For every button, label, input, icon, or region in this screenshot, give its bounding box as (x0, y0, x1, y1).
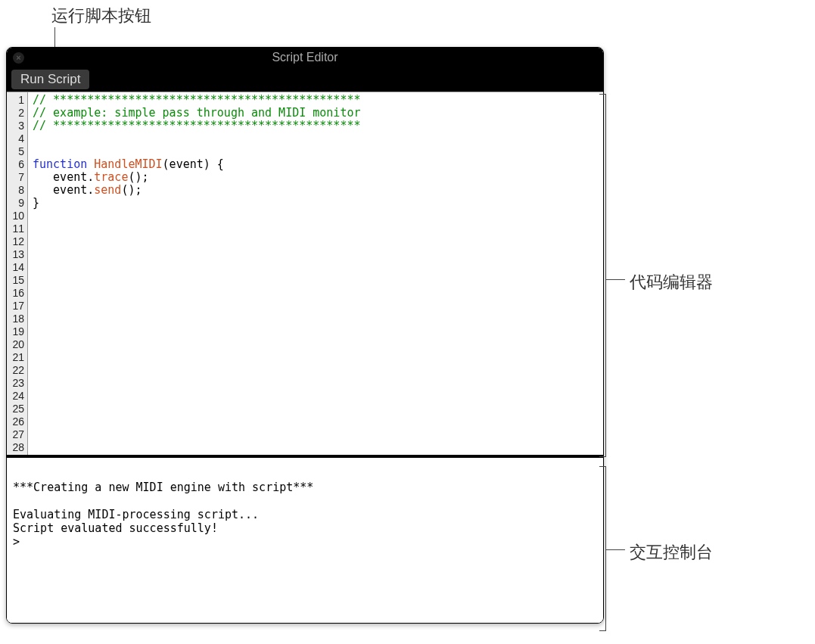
line-number: 15 (7, 274, 24, 287)
code-line: function HandleMIDI(event) { (33, 158, 599, 171)
line-number: 9 (7, 197, 24, 210)
line-number: 26 (7, 415, 24, 428)
line-number: 11 (7, 222, 24, 235)
line-number: 5 (7, 145, 24, 158)
window-title: Script Editor (7, 51, 603, 64)
line-number: 4 (7, 132, 24, 145)
line-number: 10 (7, 210, 24, 222)
line-number: 23 (7, 377, 24, 390)
line-number: 20 (7, 338, 24, 351)
line-number: 2 (7, 107, 24, 120)
code-line: // example: simple pass through and MIDI… (33, 107, 599, 120)
line-number: 3 (7, 120, 24, 132)
bracket-console (605, 466, 606, 631)
code-editor[interactable]: 1234567891011121314151617181920212223242… (7, 92, 603, 455)
annotation-run-button: 运行脚本按钮 (51, 5, 151, 27)
script-editor-window: × Script Editor Run Script 1234567891011… (6, 47, 604, 624)
line-number: 17 (7, 300, 24, 313)
line-number: 27 (7, 428, 24, 441)
line-number: 21 (7, 351, 24, 364)
line-number: 13 (7, 248, 24, 261)
code-line: event.send(); (33, 184, 599, 197)
line-number: 6 (7, 158, 24, 171)
code-line: // *************************************… (33, 120, 599, 132)
line-number: 1 (7, 94, 24, 107)
line-number: 24 (7, 390, 24, 403)
line-number: 14 (7, 261, 24, 274)
code-line: } (33, 197, 599, 210)
bracket-editor (605, 94, 606, 457)
code-textarea[interactable]: // *************************************… (28, 92, 603, 455)
line-number: 25 (7, 403, 24, 415)
annotation-interactive-console: 交互控制台 (630, 541, 713, 564)
code-line (33, 132, 599, 145)
close-icon[interactable]: × (13, 52, 24, 64)
title-bar: × Script Editor (7, 48, 603, 67)
line-number: 18 (7, 313, 24, 325)
line-number: 16 (7, 287, 24, 300)
code-line: event.trace(); (33, 171, 599, 184)
code-line (33, 145, 599, 158)
annotation-code-editor: 代码编辑器 (630, 271, 713, 294)
run-script-button[interactable]: Run Script (11, 70, 89, 89)
line-number-gutter: 1234567891011121314151617181920212223242… (7, 92, 28, 455)
line-number: 8 (7, 184, 24, 197)
line-number: 22 (7, 364, 24, 377)
line-number: 28 (7, 441, 24, 454)
leader-line-console (605, 549, 625, 550)
interactive-console[interactable]: ***Creating a new MIDI engine with scrip… (7, 458, 603, 623)
line-number: 19 (7, 325, 24, 338)
line-number: 12 (7, 235, 24, 248)
line-number: 7 (7, 171, 24, 184)
toolbar: Run Script (7, 67, 603, 92)
code-line: // *************************************… (33, 94, 599, 107)
leader-line-editor (605, 279, 625, 280)
